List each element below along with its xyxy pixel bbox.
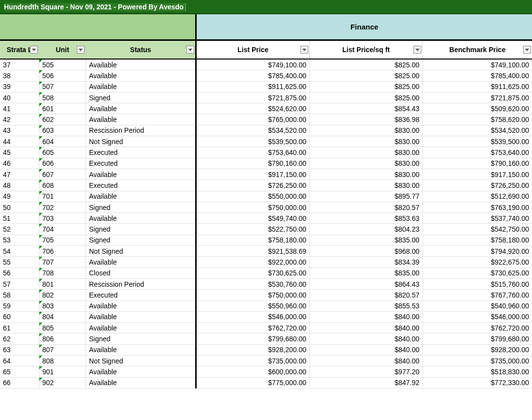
table-row[interactable]: $530,760.00$864.43$515,760.00: [197, 279, 532, 290]
table-row[interactable]: $600,000.00$977.20$518,830.00: [197, 366, 532, 377]
cell-status[interactable]: Available: [86, 82, 195, 92]
cell-strata[interactable]: 53: [0, 235, 39, 246]
cell-list-price[interactable]: $550,960.00: [197, 301, 310, 312]
table-row[interactable]: $524,620.00$854.43$509,620.00: [197, 103, 532, 114]
cell-list-price[interactable]: $749,100.00: [197, 60, 310, 70]
cell-benchmark-price[interactable]: $749,100.00: [423, 60, 532, 70]
cell-strata[interactable]: 44: [0, 136, 39, 147]
cell-unit[interactable]: 702: [39, 202, 86, 213]
cell-list-price-sqft[interactable]: $825.00: [310, 60, 423, 70]
cell-benchmark-price[interactable]: $540,960.00: [423, 301, 532, 312]
cell-strata[interactable]: 58: [0, 290, 39, 300]
table-row[interactable]: 57801Rescission Period: [0, 279, 195, 290]
cell-status[interactable]: Available: [86, 213, 195, 224]
cell-status[interactable]: Signed: [86, 333, 195, 344]
cell-list-price-sqft[interactable]: $840.00: [310, 333, 423, 344]
cell-strata[interactable]: 66: [0, 378, 39, 389]
cell-unit[interactable]: 605: [39, 147, 86, 158]
cell-status[interactable]: Executed: [86, 290, 195, 300]
cell-status[interactable]: Available: [86, 345, 195, 356]
cell-strata[interactable]: 52: [0, 224, 39, 235]
table-row[interactable]: $539,500.00$830.00$539,500.00: [197, 136, 532, 147]
cell-list-price-sqft[interactable]: $840.00: [310, 345, 423, 356]
cell-benchmark-price[interactable]: $790,160.00: [423, 158, 532, 169]
cell-status[interactable]: Signed: [86, 235, 195, 246]
cell-status[interactable]: Available: [86, 366, 195, 377]
table-row[interactable]: $758,180.00$835.00$758,180.00: [197, 235, 532, 246]
table-row[interactable]: $721,875.00$825.00$721,875.00: [197, 92, 532, 103]
cell-unit[interactable]: 901: [39, 366, 86, 377]
cell-strata[interactable]: 47: [0, 169, 39, 180]
cell-benchmark-price[interactable]: $726,250.00: [423, 180, 532, 191]
cell-benchmark-price[interactable]: $762,720.00: [423, 323, 532, 333]
cell-list-price-sqft[interactable]: $840.00: [310, 356, 423, 366]
cell-list-price[interactable]: $922,000.00: [197, 257, 310, 268]
cell-unit[interactable]: 701: [39, 191, 86, 202]
table-row[interactable]: $928,200.00$840.00$928,200.00: [197, 345, 532, 356]
cell-status[interactable]: Executed: [86, 180, 195, 191]
cell-benchmark-price[interactable]: $721,875.00: [423, 92, 532, 103]
cell-status[interactable]: Available: [86, 169, 195, 180]
table-row[interactable]: $922,000.00$834.39$922,675.00: [197, 257, 532, 268]
cell-list-price-sqft[interactable]: $840.00: [310, 312, 423, 323]
cell-list-price[interactable]: $721,875.00: [197, 92, 310, 103]
cell-benchmark-price[interactable]: $785,400.00: [423, 70, 532, 81]
table-row[interactable]: $750,000.00$820.57$763,190.00: [197, 202, 532, 213]
filter-button-unit[interactable]: [77, 46, 85, 54]
cell-list-price[interactable]: $921,538.69: [197, 246, 310, 257]
cell-unit[interactable]: 508: [39, 92, 86, 103]
table-row[interactable]: $921,538.69$968.00$794,920.00: [197, 246, 532, 257]
cell-benchmark-price[interactable]: $735,000.00: [423, 356, 532, 366]
cell-list-price[interactable]: $765,000.00: [197, 114, 310, 125]
table-row[interactable]: 52704Signed: [0, 224, 195, 235]
cell-strata[interactable]: 60: [0, 312, 39, 323]
cell-status[interactable]: Signed: [86, 92, 195, 103]
filter-button-list-price-sqft[interactable]: [414, 46, 421, 54]
cell-list-price-sqft[interactable]: $830.00: [310, 169, 423, 180]
table-row[interactable]: $753,640.00$830.00$753,640.00: [197, 147, 532, 158]
cell-list-price[interactable]: $775,000.00: [197, 378, 310, 389]
cell-status[interactable]: Closed: [86, 268, 195, 279]
cell-benchmark-price[interactable]: $799,680.00: [423, 333, 532, 344]
cell-unit[interactable]: 807: [39, 345, 86, 356]
cell-status[interactable]: Executed: [86, 158, 195, 169]
cell-status[interactable]: Not Signed: [86, 246, 195, 257]
table-row[interactable]: 53705Signed: [0, 235, 195, 246]
cell-benchmark-price[interactable]: $911,625.00: [423, 82, 532, 92]
filter-button-status[interactable]: [186, 46, 194, 54]
table-row[interactable]: 55707Available: [0, 257, 195, 268]
cell-list-price[interactable]: $750,000.00: [197, 202, 310, 213]
table-row[interactable]: $775,000.00$847.92$772,330.00: [197, 378, 532, 389]
cell-strata[interactable]: 49: [0, 191, 39, 202]
cell-strata[interactable]: 41: [0, 103, 39, 114]
cell-strata[interactable]: 43: [0, 125, 39, 136]
cell-list-price[interactable]: $539,500.00: [197, 136, 310, 147]
cell-list-price[interactable]: $790,160.00: [197, 158, 310, 169]
cell-list-price-sqft[interactable]: $830.00: [310, 136, 423, 147]
cell-unit[interactable]: 803: [39, 301, 86, 312]
cell-status[interactable]: Rescission Period: [86, 125, 195, 136]
cell-list-price[interactable]: $917,150.00: [197, 169, 310, 180]
cell-unit[interactable]: 708: [39, 268, 86, 279]
cell-benchmark-price[interactable]: $758,620.00: [423, 114, 532, 125]
cell-benchmark-price[interactable]: $542,750.00: [423, 224, 532, 235]
cell-list-price-sqft[interactable]: $825.00: [310, 82, 423, 92]
cell-list-price[interactable]: $753,640.00: [197, 147, 310, 158]
cell-list-price-sqft[interactable]: $835.00: [310, 268, 423, 279]
table-row[interactable]: 54706Not Signed: [0, 246, 195, 257]
cell-strata[interactable]: 37: [0, 60, 39, 70]
table-row[interactable]: 64808Not Signed: [0, 356, 195, 366]
cell-unit[interactable]: 801: [39, 279, 86, 290]
table-row[interactable]: 61805Available: [0, 323, 195, 333]
cell-status[interactable]: Not Signed: [86, 136, 195, 147]
table-row[interactable]: $750,000.00$820.57$767,760.00: [197, 290, 532, 300]
cell-unit[interactable]: 902: [39, 378, 86, 389]
cell-unit[interactable]: 507: [39, 82, 86, 92]
cell-benchmark-price[interactable]: $753,640.00: [423, 147, 532, 158]
cell-benchmark-price[interactable]: $509,620.00: [423, 103, 532, 114]
table-row[interactable]: $735,000.00$840.00$735,000.00: [197, 356, 532, 366]
cell-list-price[interactable]: $750,000.00: [197, 290, 310, 300]
cell-status[interactable]: Available: [86, 60, 195, 70]
cell-unit[interactable]: 602: [39, 114, 86, 125]
table-row[interactable]: $790,160.00$830.00$790,160.00: [197, 158, 532, 169]
